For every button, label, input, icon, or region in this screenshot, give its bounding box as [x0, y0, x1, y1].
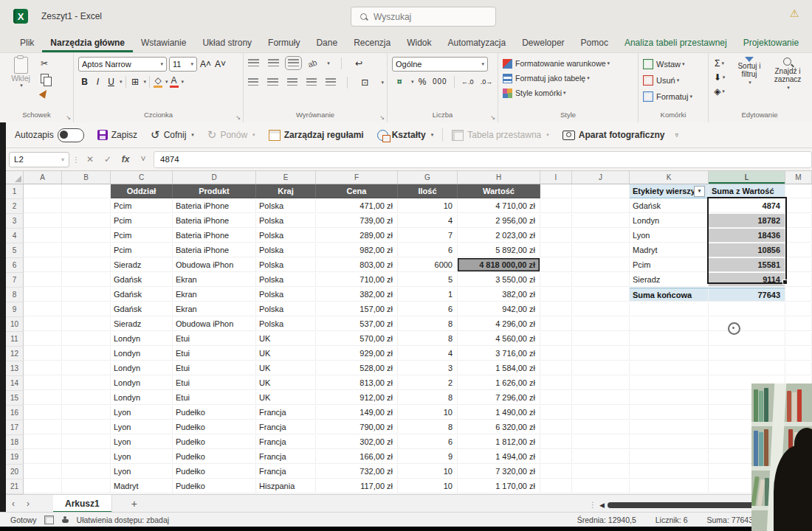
cell-H13[interactable]: 1 584,00 zł: [458, 361, 540, 375]
cell-C13[interactable]: Londyn: [111, 361, 173, 375]
align-right-icon[interactable]: [287, 78, 297, 86]
cell-F3[interactable]: 739,00 zł: [316, 214, 398, 228]
cell-A4[interactable]: [24, 229, 62, 243]
increase-indent-icon[interactable]: [326, 78, 336, 86]
cell-C8[interactable]: Gdańsk: [111, 288, 173, 302]
chevron-down-icon[interactable]: ▾: [165, 79, 168, 85]
cell-H15[interactable]: 7 296,00 zł: [458, 391, 540, 405]
cell-B8[interactable]: [62, 288, 111, 302]
cell-F1[interactable]: Cena: [316, 184, 398, 198]
cell-M12[interactable]: [785, 347, 812, 361]
ribbon-tab-deweloper[interactable]: Deweloper: [514, 35, 572, 52]
cell-J3[interactable]: [572, 214, 630, 228]
cell-G5[interactable]: 6: [398, 243, 458, 257]
cell-D21[interactable]: Pudełko: [173, 479, 256, 493]
cell-styles-button[interactable]: Style komórki▾: [503, 86, 635, 100]
cell-D17[interactable]: Pudełko: [173, 420, 256, 434]
cell-A6[interactable]: [24, 258, 62, 272]
align-top-icon[interactable]: [248, 59, 259, 67]
cell-C1[interactable]: Oddział: [111, 184, 173, 198]
cell-L10[interactable]: [709, 317, 785, 331]
cell-J11[interactable]: [572, 332, 630, 346]
cell-M1[interactable]: [785, 184, 812, 198]
cut-icon[interactable]: ✂: [37, 57, 52, 70]
cell-G4[interactable]: 7: [398, 229, 458, 243]
cell-I8[interactable]: [540, 288, 572, 302]
cell-E3[interactable]: Polska: [256, 214, 316, 228]
cell-C6[interactable]: Sieradz: [111, 258, 173, 272]
cell-D7[interactable]: Ekran: [173, 273, 256, 287]
cell-A5[interactable]: [24, 243, 62, 257]
cell-E1[interactable]: Kraj: [256, 184, 316, 198]
accessibility-status[interactable]: Ułatwienia dostępu: zbadaj: [77, 516, 170, 524]
orientation-icon[interactable]: ab: [306, 58, 318, 69]
cell-A16[interactable]: [24, 406, 62, 420]
formula-bar-splitter[interactable]: ⋮: [72, 156, 80, 164]
ribbon-tab-automatyzacja[interactable]: Automatyzacja: [440, 35, 515, 52]
cell-L7[interactable]: 9114: [709, 273, 785, 287]
cell-K6[interactable]: Pcim: [630, 258, 709, 272]
format-painter-icon[interactable]: [37, 86, 52, 100]
cell-D12[interactable]: Etui: [173, 347, 256, 361]
cell-F12[interactable]: 929,00 zł: [316, 347, 398, 361]
qat-overflow-icon[interactable]: ▿: [675, 131, 678, 139]
cell-M11[interactable]: [785, 332, 812, 346]
cell-C18[interactable]: Lyon: [111, 435, 173, 449]
cell-L12[interactable]: [709, 347, 785, 361]
column-header-E[interactable]: E: [256, 171, 316, 184]
macro-record-icon[interactable]: [44, 516, 54, 524]
cell-B7[interactable]: [62, 273, 111, 287]
cell-F18[interactable]: 302,00 zł: [316, 435, 398, 449]
decrease-decimal-icon[interactable]: .0→: [478, 75, 495, 88]
cell-M3[interactable]: [785, 214, 812, 228]
cell-G20[interactable]: 10: [398, 465, 458, 479]
cell-I11[interactable]: [540, 332, 572, 346]
row-header-5[interactable]: 5: [6, 243, 24, 258]
cell-A2[interactable]: [24, 199, 62, 213]
percent-format-icon[interactable]: %: [416, 75, 427, 88]
column-header-C[interactable]: C: [111, 171, 173, 184]
cell-H16[interactable]: 1 490,00 zł: [458, 406, 540, 420]
cell-A7[interactable]: [24, 273, 62, 287]
row-header-13[interactable]: 13: [6, 361, 24, 376]
cell-B2[interactable]: [62, 199, 111, 213]
cell-C10[interactable]: Sieradz: [111, 317, 173, 331]
cell-L11[interactable]: [709, 332, 785, 346]
cell-M2[interactable]: [785, 199, 812, 213]
cell-I19[interactable]: [540, 450, 572, 464]
cell-D3[interactable]: Bateria iPhone: [173, 214, 256, 228]
dialog-launcher-icon[interactable]: ↘: [235, 114, 241, 121]
shapes-button[interactable]: Kształty ▾: [373, 130, 438, 141]
pivot-table-button[interactable]: Tabela przestawna ▾: [447, 130, 554, 141]
cell-E21[interactable]: Hiszpania: [256, 479, 316, 493]
align-middle-icon[interactable]: [268, 59, 279, 67]
cell-H2[interactable]: 4 710,00 zł: [458, 199, 540, 213]
undo-button[interactable]: ↺ Cofnij ▾: [146, 128, 199, 142]
cell-K15[interactable]: [630, 391, 709, 405]
cell-J5[interactable]: [572, 243, 630, 257]
cell-H11[interactable]: 4 560,00 zł: [458, 332, 540, 346]
cell-A18[interactable]: [24, 435, 62, 449]
cell-K1[interactable]: Etykiety wierszy▾: [630, 184, 709, 198]
cell-J13[interactable]: [572, 361, 630, 375]
cell-F16[interactable]: 149,00 zł: [316, 406, 398, 420]
cell-G7[interactable]: 5: [398, 273, 458, 287]
cell-C17[interactable]: Lyon: [111, 420, 173, 434]
cell-M4[interactable]: [785, 229, 812, 243]
cell-G10[interactable]: 8: [398, 317, 458, 331]
cell-J9[interactable]: [572, 302, 630, 316]
dialog-launcher-icon[interactable]: ↘: [490, 114, 495, 121]
ribbon-tab-wstawianie[interactable]: Wstawianie: [133, 35, 194, 52]
chevron-down-icon[interactable]: ▾: [120, 79, 123, 85]
autosum-icon[interactable]: Σ▾: [713, 57, 726, 69]
cell-F2[interactable]: 471,00 zł: [316, 199, 398, 213]
cell-J7[interactable]: [572, 273, 630, 287]
cell-H12[interactable]: 3 716,00 zł: [458, 347, 540, 361]
cell-K2[interactable]: Gdańsk: [630, 199, 709, 213]
cell-G13[interactable]: 3: [398, 361, 458, 375]
cell-D15[interactable]: Etui: [173, 391, 256, 405]
highlighted-cell-H6[interactable]: 4 818 000,00 zł: [458, 258, 540, 272]
row-header-2[interactable]: 2: [6, 199, 24, 214]
column-header-I[interactable]: I: [540, 171, 572, 184]
ribbon-tab-recenzja[interactable]: Recenzja: [345, 35, 399, 52]
